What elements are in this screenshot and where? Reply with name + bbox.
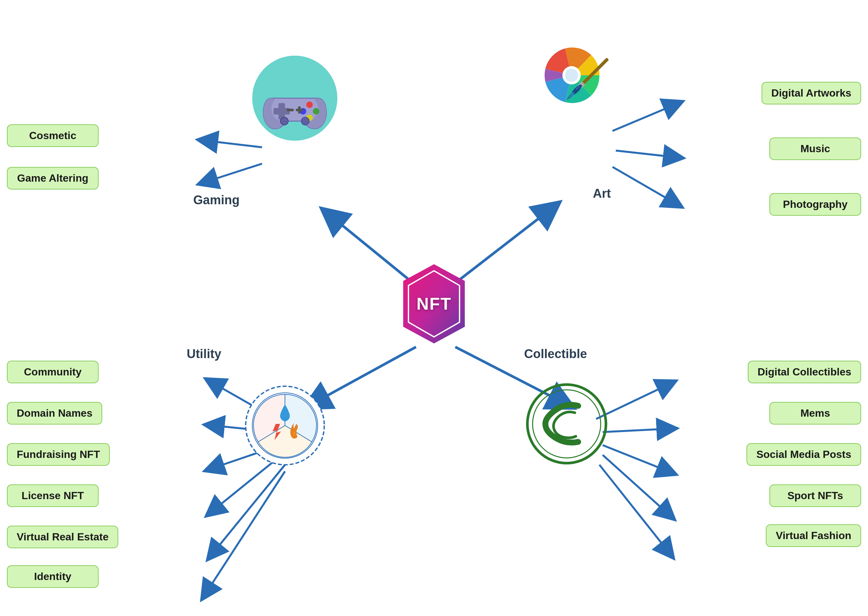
nft-label: NFT: [416, 294, 451, 314]
sport-nfts-box: Sport NFTs: [769, 484, 861, 507]
svg-line-18: [206, 471, 285, 592]
license-nft-box: License NFT: [7, 484, 99, 507]
photography-box: Photography: [769, 193, 861, 216]
digital-collectibles-box: Digital Collectibles: [748, 361, 861, 383]
utility-icon: [243, 383, 328, 468]
svg-point-36: [280, 117, 288, 125]
svg-point-30: [313, 108, 319, 115]
svg-point-48: [527, 385, 606, 463]
svg-rect-35: [298, 106, 301, 113]
nft-center-badge: NFT: [398, 262, 470, 345]
svg-rect-33: [287, 108, 294, 111]
utility-label: Utility: [187, 347, 221, 361]
gaming-label: Gaming: [193, 193, 239, 207]
collectible-label: Collectible: [524, 347, 587, 361]
svg-point-39: [565, 69, 578, 82]
community-box: Community: [7, 361, 99, 383]
social-media-posts-box: Social Media Posts: [747, 443, 861, 466]
gaming-icon: [246, 49, 344, 147]
svg-line-22: [603, 455, 668, 514]
fundraising-nft-box: Fundraising NFT: [7, 443, 110, 466]
svg-line-20: [603, 429, 668, 432]
svg-line-6: [314, 347, 416, 402]
digital-artworks-box: Digital Artworks: [762, 82, 861, 104]
identity-box: Identity: [7, 565, 99, 588]
svg-line-17: [213, 465, 285, 553]
music-box: Music: [769, 137, 861, 160]
virtual-real-estate-box: Virtual Real Estate: [7, 526, 118, 548]
svg-point-37: [301, 117, 309, 125]
collectible-icon: [524, 381, 609, 467]
svg-line-21: [603, 445, 668, 471]
art-icon: [524, 33, 629, 137]
svg-line-23: [599, 465, 668, 552]
svg-line-11: [616, 151, 675, 157]
mems-box: Mems: [769, 402, 861, 424]
svg-line-9: [206, 163, 262, 182]
virtual-fashion-box: Virtual Fashion: [766, 524, 861, 547]
art-label: Art: [593, 187, 611, 201]
svg-line-12: [613, 167, 675, 203]
svg-point-29: [306, 102, 313, 108]
domain-names-box: Domain Names: [7, 402, 102, 424]
game-altering-box: Game Altering: [7, 167, 99, 190]
diagram-container: NFT Gaming Art Utility Collectible: [0, 0, 868, 616]
cosmetic-box: Cosmetic: [7, 124, 99, 147]
